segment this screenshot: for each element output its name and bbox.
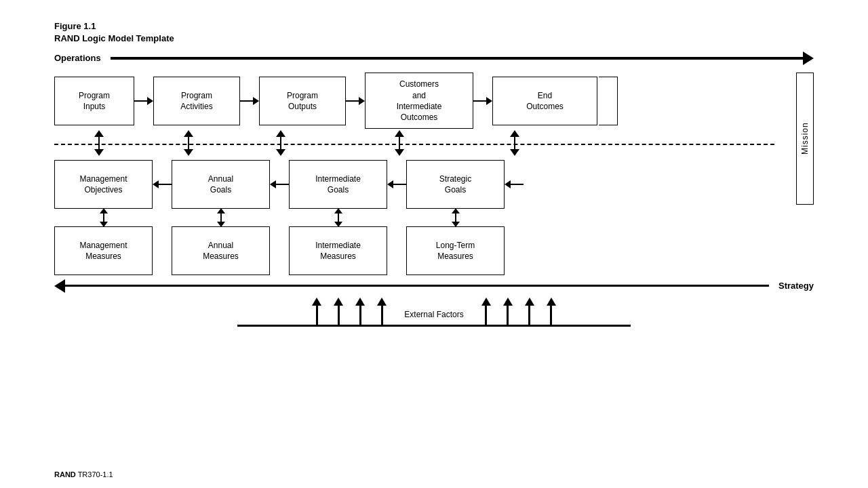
v-arrow-annual <box>217 208 225 227</box>
external-factors-section: External Factors <box>54 298 814 327</box>
box-management-measures: ManagementMeasures <box>54 226 153 275</box>
box-long-term-measures: Long-TermMeasures <box>406 226 505 275</box>
box-intermediate-measures: IntermediateMeasures <box>289 226 387 275</box>
arrow-3-4 <box>346 97 365 105</box>
strategy-row: Strategy <box>54 281 814 291</box>
arrow-goals-2 <box>270 180 289 188</box>
operations-row: Operations <box>54 53 814 63</box>
vert-arrow-1 <box>94 130 104 156</box>
external-baseline <box>237 325 631 327</box>
ext-arrow-2 <box>334 298 343 325</box>
box-customers: CustomersandIntermediateOutcomes <box>365 73 473 129</box>
arrow-mission-to-goals <box>505 180 524 188</box>
box-annual-goals: AnnualGoals <box>172 160 270 209</box>
figure-main-title: RAND Logic Model Template <box>54 33 814 45</box>
v-arrow-intermediate <box>334 208 342 227</box>
dashed-row <box>54 129 793 160</box>
box-intermediate-goals: IntermediateGoals <box>289 160 387 209</box>
footer-brand: RAND <box>54 470 76 479</box>
ext-arrow-8 <box>547 298 556 325</box>
arrow-goals-3 <box>387 180 406 188</box>
vert-arrow-5 <box>510 130 519 156</box>
external-factors-label: External Factors <box>399 310 469 319</box>
box-management-objectives: ManagementObjectives <box>54 160 153 209</box>
arrow-1-2 <box>134 97 153 105</box>
operations-label: Operations <box>54 53 101 63</box>
vert-arrow-2 <box>184 130 193 156</box>
ext-arrow-1 <box>312 298 321 325</box>
strategy-arrow <box>54 283 769 289</box>
arrow-goals-1 <box>153 180 172 188</box>
v-arrow-mgmt <box>100 208 108 227</box>
v-arrow-strategic <box>452 208 460 227</box>
box-strategic-goals: StrategicGoals <box>406 160 505 209</box>
vert-arrow-4 <box>395 130 404 156</box>
ext-arrow-3 <box>355 298 365 325</box>
box-program-activities: Program Activities <box>153 77 240 125</box>
footer: RAND TR370-1.1 <box>54 470 113 479</box>
strategy-label: Strategy <box>778 281 814 291</box>
diagram: Program Inputs Program Activities Progra… <box>54 73 814 275</box>
footer-code: TR370-1.1 <box>78 470 113 479</box>
figure-number: Figure 1.1 <box>54 20 814 33</box>
ext-arrow-7 <box>525 298 534 325</box>
operations-arrow <box>111 55 814 62</box>
box-annual-measures: AnnualMeasures <box>172 226 270 275</box>
arrow-4-5 <box>473 97 492 105</box>
ext-arrow-6 <box>503 298 513 325</box>
vert-arrow-3 <box>276 130 285 156</box>
arrow-2-3 <box>240 97 259 105</box>
goals-row: ManagementObjectives AnnualGoals Interme… <box>54 160 814 209</box>
ext-arrow-4 <box>377 298 387 325</box>
box-end-outcomes: EndOutcomes <box>492 77 597 125</box>
figure-title: Figure 1.1 RAND Logic Model Template <box>54 20 814 45</box>
dashed-line <box>54 144 774 145</box>
ext-arrow-5 <box>481 298 491 325</box>
mission-box: Mission <box>796 73 814 205</box>
box-program-outputs: Program Outputs <box>259 77 346 125</box>
measures-row: ManagementMeasures AnnualMeasures Interm… <box>54 226 814 275</box>
page: Figure 1.1 RAND Logic Model Template Ope… <box>0 0 868 488</box>
box-program-inputs: Program Inputs <box>54 77 134 125</box>
vert-arrows-measures <box>54 209 814 226</box>
external-arrows: External Factors <box>312 298 555 325</box>
